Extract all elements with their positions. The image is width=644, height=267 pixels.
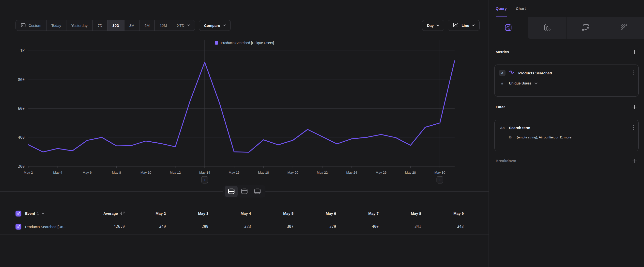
range-today[interactable]: Today: [46, 20, 66, 31]
granularity-button[interactable]: Day: [422, 20, 444, 31]
range-30d[interactable]: 30D: [108, 20, 124, 31]
chart-type-tab-bar[interactable]: [528, 17, 567, 39]
add-filter-button[interactable]: [632, 104, 637, 110]
chevron-down-icon: [534, 82, 538, 84]
chart-type-tab-more[interactable]: [606, 17, 644, 39]
x-axis-label: May 8: [112, 171, 121, 174]
annotation-badge[interactable]: 1: [437, 176, 443, 183]
chart-type-tab-flow[interactable]: [566, 17, 606, 39]
x-axis-label: May 24: [346, 171, 358, 174]
event-header-label: Event: [25, 211, 35, 215]
kebab-menu-icon[interactable]: [632, 70, 634, 76]
chart-type-label: Line: [462, 24, 469, 28]
date-range-control: CustomTodayYesterday7D30D3M6M12MXTD: [16, 20, 195, 31]
tab-query[interactable]: Query: [496, 0, 507, 17]
range-6m[interactable]: 6M: [140, 20, 155, 31]
tab-chart[interactable]: Chart: [516, 0, 526, 17]
series-line: [28, 61, 454, 152]
chart-type-tab-line[interactable]: [489, 17, 528, 39]
flow-chart-icon: [582, 24, 590, 32]
chevron-down-icon: [187, 24, 190, 26]
compare-label: Compare: [204, 24, 220, 28]
legend-label: Products Searched [Unique Users]: [221, 41, 274, 45]
event-spark-cursor-icon: [509, 70, 515, 76]
analytics-app: 2004006008001KMay 2May 4May 6May 8May 10…: [0, 0, 644, 267]
date-value-cell: 341: [384, 224, 427, 229]
range-12m[interactable]: 12M: [155, 20, 172, 31]
x-axis-label: May 28: [405, 171, 416, 174]
range-3m[interactable]: 3M: [124, 20, 140, 31]
date-value-cell: 379: [299, 224, 342, 229]
y-axis-label: 400: [18, 135, 24, 140]
average-value: 426.9: [114, 224, 125, 229]
x-axis-label: May 4: [53, 171, 62, 174]
sort-descending-icon: [120, 211, 125, 216]
range-custom[interactable]: Custom: [16, 20, 46, 31]
layout-chart-only-button[interactable]: [238, 186, 251, 197]
legend-swatch: [215, 41, 218, 45]
chart-legend: Products Searched [Unique Users]: [0, 41, 488, 45]
line-chart-icon: [452, 23, 459, 29]
date-column-header: May 6: [299, 211, 342, 215]
chart-panel: 2004006008001KMay 2May 4May 6May 8May 10…: [0, 0, 488, 267]
table-header-row: Event 1 Average May 2May 3May 4May 5May …: [0, 208, 488, 219]
row-checkbox[interactable]: [16, 224, 22, 229]
add-metric-button[interactable]: [632, 49, 637, 55]
filter-card[interactable]: Aa Search term Is (empty string), Air pu…: [494, 120, 638, 151]
filter-condition[interactable]: Is (empty string), Air purifier, or 11 m…: [499, 135, 634, 139]
date-value-cell: 307: [257, 224, 299, 229]
x-axis-label: May 10: [140, 171, 151, 174]
series-name-cell: Products Searched [Un...: [0, 224, 84, 229]
date-value-cell: 299: [172, 224, 214, 229]
metric-card[interactable]: A Products Searched # Unique Users: [494, 65, 638, 97]
layout-split-button[interactable]: [225, 186, 238, 197]
average-header-cell[interactable]: Average: [84, 211, 129, 216]
select-all-checkbox[interactable]: [16, 211, 22, 216]
add-breakdown-button[interactable]: [632, 158, 637, 164]
y-axis-label: 200: [18, 164, 24, 169]
chart-type-tabs: [489, 17, 644, 39]
x-axis-label: May 2: [24, 171, 33, 174]
kebab-menu-icon[interactable]: [632, 125, 634, 131]
filter-property-name: Search term: [509, 126, 629, 130]
range-7d[interactable]: 7D: [93, 20, 108, 31]
x-axis-label: May 30: [434, 171, 445, 174]
annotation-badge[interactable]: 1: [202, 176, 208, 183]
date-column-header: May 3: [172, 211, 214, 215]
filter-values: (empty string), Air purifier, or 11 more: [517, 135, 572, 139]
range-yesterday[interactable]: Yesterday: [66, 20, 93, 31]
panel-tabs: Query Chart: [489, 0, 644, 17]
average-header-label: Average: [103, 211, 118, 215]
x-axis-label: May 26: [376, 171, 386, 174]
date-column-header: May 4: [214, 211, 257, 215]
chevron-down-icon: [223, 24, 226, 26]
filter-card-header: Aa Search term: [499, 125, 634, 131]
results-table: Event 1 Average May 2May 3May 4May 5May …: [0, 208, 488, 234]
chart-type-button[interactable]: Line: [448, 20, 480, 31]
x-axis-label: May 20: [288, 171, 298, 174]
breakdown-section-header: Breakdown: [489, 157, 644, 165]
event-count: 1: [37, 211, 39, 215]
chevron-down-icon: [42, 212, 44, 214]
range-xtd[interactable]: XTD: [172, 20, 195, 31]
metric-letter-badge: A: [499, 70, 506, 76]
y-axis-label: 1K: [20, 49, 24, 53]
series-name: Products Searched [Un...: [25, 225, 66, 229]
breakdown-heading: Breakdown: [496, 159, 516, 163]
layout-toggle: [223, 185, 266, 197]
granularity-label: Day: [427, 24, 434, 28]
measure-value: Unique Users: [509, 81, 531, 85]
layout-table-only-button[interactable]: [251, 186, 264, 197]
event-header-cell[interactable]: Event 1: [0, 211, 84, 216]
x-axis-label: May 14: [199, 171, 210, 174]
table-row: Products Searched [Un... 426.9 349299323…: [0, 219, 488, 234]
svg-text:1: 1: [439, 178, 441, 182]
property-type-badge: Aa: [499, 126, 506, 130]
measure-selector[interactable]: # Unique Users: [499, 81, 634, 85]
date-column-header: May 2: [129, 211, 172, 215]
x-axis-label: May 12: [170, 171, 180, 174]
compare-button[interactable]: Compare: [199, 20, 230, 31]
average-value-cell: 426.9: [84, 224, 129, 229]
line-chart-framed-icon: [504, 24, 512, 32]
x-axis-label: May 18: [258, 171, 269, 174]
